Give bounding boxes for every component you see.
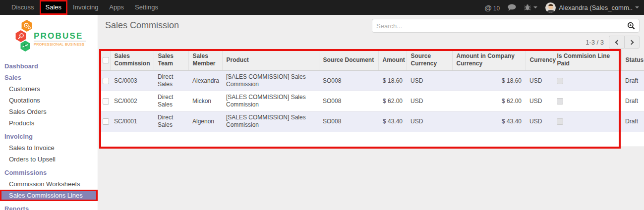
menu-settings[interactable]: Settings (129, 0, 164, 15)
col-sales-commission[interactable]: Sales Commission (110, 50, 154, 71)
sidebar-item-products[interactable]: Products (0, 117, 98, 129)
col-product[interactable]: Product (222, 50, 319, 71)
col-amount[interactable]: Amount (378, 50, 407, 71)
sidebar-item-sales-commissions-lines[interactable]: Sales Commissions Lines (0, 190, 98, 201)
sidebar-item-commission-worksheets[interactable]: Commission Worksheets (0, 178, 98, 190)
mention-count: 10 (493, 5, 500, 12)
top-menu: Discuss Sales Invoicing Apps Settings (0, 0, 164, 15)
cell-currency: USD (526, 111, 553, 132)
logo-tagline-text: PROFESSIONAL BUSINESS (34, 42, 84, 47)
cell-source-currency: USD (407, 111, 452, 132)
sidebar-section-sales[interactable]: Sales (0, 72, 98, 83)
paid-checkbox[interactable] (557, 78, 563, 84)
list-view: Sales Commission Sales Team Sales Member… (100, 50, 644, 147)
probuse-logo: PROBUSE PROFESSIONAL BUSINESS (0, 15, 98, 57)
chevron-down-icon (533, 6, 537, 8)
pager-previous-button[interactable] (609, 36, 624, 49)
main-content: Sales Commission 1-3 / 3 (98, 15, 644, 210)
cell-status: Draft (621, 71, 644, 91)
sidebar-item-customers[interactable]: Customers (0, 83, 98, 95)
search-icon[interactable] (627, 22, 635, 30)
col-sales-team[interactable]: Sales Team (154, 50, 188, 71)
cell-product: [SALES COMMISSION] Sales Commission (222, 71, 319, 91)
pager-next-button[interactable] (624, 36, 640, 49)
cell-source-document: SO008 (319, 71, 378, 91)
search-input[interactable] (376, 22, 627, 30)
paid-checkbox[interactable] (557, 98, 563, 105)
cell-code: SC/0002 (110, 91, 154, 111)
col-sales-member[interactable]: Sales Member (188, 50, 222, 71)
cell-member: Mickon (188, 91, 222, 111)
sidebar-section-invoicing[interactable]: Invoicing (0, 131, 98, 142)
menu-apps[interactable]: Apps (104, 0, 129, 15)
chat-icon[interactable] (508, 4, 516, 11)
cell-source-document: SO008 (319, 111, 378, 132)
cell-currency: USD (526, 71, 553, 91)
col-amount-company-currency[interactable]: Amount in Company Currency (452, 50, 526, 71)
gear-hexagon (22, 20, 32, 32)
search-box (372, 19, 640, 33)
user-avatar[interactable] (545, 2, 556, 13)
cell-amount-company: $ 62.00 (452, 91, 526, 111)
table-row[interactable]: SC/0002 Direct Sales Mickon [SALES COMMI… (100, 91, 644, 111)
top-navbar: Discuss Sales Invoicing Apps Settings 10 (0, 0, 644, 15)
logo-brand-text: PROBUSE (34, 31, 83, 41)
sidebar-item-sales-orders[interactable]: Sales Orders (0, 106, 98, 117)
at-icon (484, 3, 492, 12)
bug-icon (524, 4, 531, 11)
cell-code: SC/0003 (110, 71, 154, 91)
cell-source-currency: USD (407, 71, 452, 91)
table-header-row: Sales Commission Sales Team Sales Member… (100, 50, 644, 71)
cell-status: Draft (621, 91, 644, 111)
cell-code: SC/0001 (110, 111, 154, 132)
mentions-counter[interactable]: 10 (484, 3, 500, 12)
cell-member: Alexandra (188, 71, 222, 91)
cell-amount: $ 43.40 (378, 111, 407, 132)
sidebar-section-reports[interactable]: Reports (0, 203, 98, 210)
col-source-currency[interactable]: Source Currency (407, 50, 452, 71)
select-all-checkbox[interactable] (103, 57, 109, 63)
chevron-right-icon (629, 40, 634, 45)
cell-product: [SALES COMMISSION] Sales Commission (222, 91, 319, 111)
pager-range: 1-3 / 3 (585, 39, 604, 46)
page-title: Sales Commission (105, 20, 179, 31)
col-status[interactable]: Status (621, 50, 644, 71)
cell-member: Algenon (188, 111, 222, 132)
cell-team: Direct Sales (154, 111, 188, 132)
col-source-document[interactable]: Source Document (319, 50, 378, 71)
col-currency[interactable]: Currency (526, 50, 553, 71)
row-checkbox[interactable] (103, 78, 109, 84)
cell-source-document: SO008 (319, 91, 378, 111)
col-is-commission-line-paid[interactable]: Is Commision Line Paid (553, 50, 621, 71)
cell-product: [SALES COMMISSION] Sales Commission (222, 111, 319, 132)
table-row[interactable]: SC/0001 Direct Sales Algenon [SALES COMM… (100, 111, 644, 132)
cell-amount: $ 18.60 (378, 71, 407, 91)
control-panel: Sales Commission 1-3 / 3 (98, 15, 644, 50)
cell-amount-company: $ 18.60 (452, 71, 526, 91)
cell-team: Direct Sales (154, 91, 188, 111)
cell-amount: $ 62.00 (378, 91, 407, 111)
paid-checkbox[interactable] (557, 118, 563, 125)
magnifier-hexagon (16, 30, 26, 42)
cell-team: Direct Sales (154, 71, 188, 91)
menu-discuss[interactable]: Discuss (6, 0, 40, 15)
menu-invoicing[interactable]: Invoicing (67, 0, 104, 15)
row-checkbox[interactable] (103, 98, 109, 105)
sidebar-item-orders-to-upsell[interactable]: Orders to Upsell (0, 154, 98, 165)
commission-lines-table: Sales Commission Sales Team Sales Member… (100, 50, 644, 132)
sidebar-item-sales-to-invoice[interactable]: Sales to Invoice (0, 142, 98, 154)
sidebar-section-dashboard[interactable]: Dashboard (0, 60, 98, 72)
menu-sales[interactable]: Sales (40, 0, 68, 15)
sidebar-section-commissions[interactable]: Commissions (0, 167, 98, 178)
cell-source-currency: USD (407, 91, 452, 111)
cell-status: Draft (621, 111, 644, 132)
user-menu[interactable]: Alexandra (Sales_comm.. (559, 4, 633, 11)
sidebar: PROBUSE PROFESSIONAL BUSINESS Dashboard … (0, 15, 98, 210)
debug-menu[interactable] (524, 4, 537, 11)
row-checkbox[interactable] (103, 118, 109, 125)
chevron-left-icon (615, 40, 620, 45)
table-row[interactable]: SC/0003 Direct Sales Alexandra [SALES CO… (100, 71, 644, 91)
chevron-down-icon (635, 6, 639, 8)
sidebar-item-quotations[interactable]: Quotations (0, 95, 98, 106)
cell-amount-company: $ 43.40 (452, 111, 526, 132)
